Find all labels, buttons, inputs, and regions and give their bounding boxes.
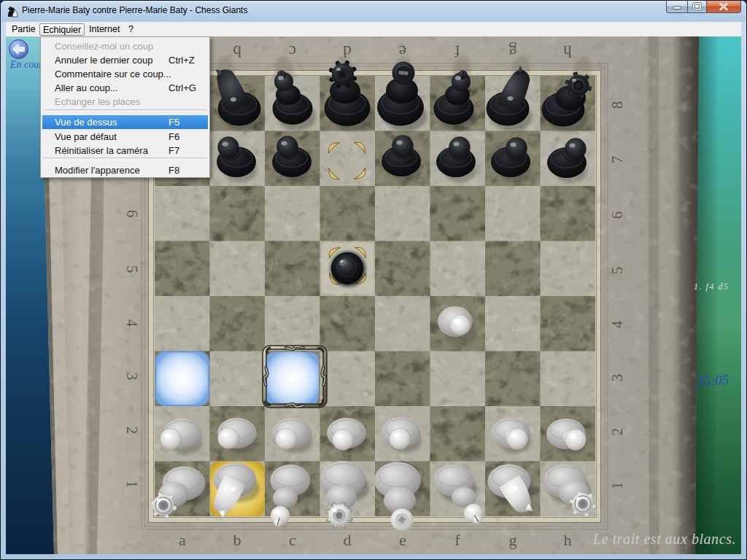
svg-text:f: f — [454, 531, 460, 549]
svg-text:6: 6 — [123, 210, 141, 218]
svg-text:b: b — [233, 531, 241, 549]
svg-text:5: 5 — [123, 265, 141, 273]
svg-text:3: 3 — [608, 374, 626, 382]
svg-text:Le trait est aux blancs.: Le trait est aux blancs. — [592, 531, 736, 547]
svg-text:8: 8 — [608, 101, 626, 109]
svg-text:g: g — [509, 531, 517, 549]
svg-text:c: c — [289, 42, 296, 61]
svg-text:1: 1 — [123, 481, 141, 489]
svg-text:h: h — [563, 42, 572, 61]
svg-text:6: 6 — [608, 211, 626, 219]
svg-text:1: 1 — [608, 482, 626, 490]
svg-text:4: 4 — [608, 320, 626, 328]
svg-text:2: 2 — [123, 427, 141, 435]
svg-text:b: b — [233, 42, 241, 61]
svg-text:e: e — [399, 531, 406, 549]
svg-text:3: 3 — [123, 373, 141, 381]
svg-text:c: c — [289, 531, 296, 549]
svg-text:d: d — [344, 531, 352, 549]
svg-text:1. f4 d5: 1. f4 d5 — [694, 281, 729, 292]
svg-text:5: 5 — [608, 267, 626, 275]
svg-text:4: 4 — [123, 319, 141, 327]
svg-text:35:05: 35:05 — [695, 372, 729, 389]
svg-text:h: h — [564, 531, 572, 549]
svg-text:7: 7 — [608, 156, 626, 164]
svg-text:g: g — [508, 42, 517, 61]
svg-text:2: 2 — [608, 428, 626, 436]
svg-text:a: a — [179, 531, 186, 549]
